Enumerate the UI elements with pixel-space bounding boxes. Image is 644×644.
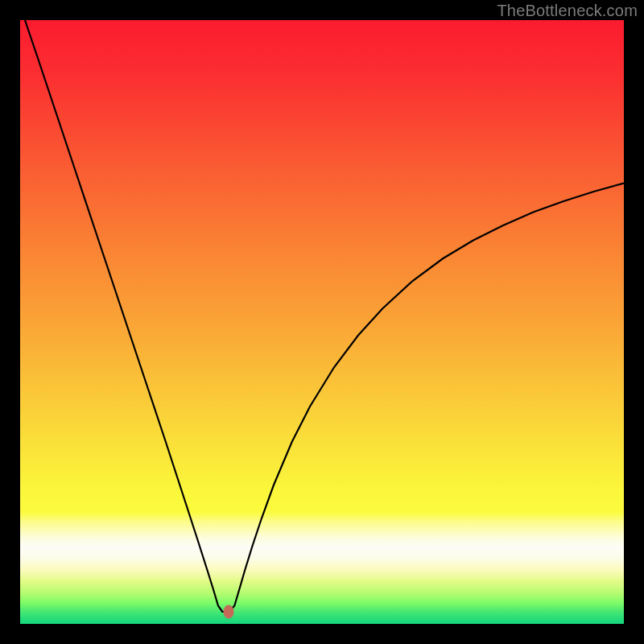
bottleneck-curve	[20, 20, 624, 624]
optimum-marker	[223, 605, 233, 619]
plot-area	[20, 20, 624, 624]
chart-frame: TheBottleneck.com	[0, 0, 644, 644]
attribution-label: TheBottleneck.com	[497, 2, 638, 20]
